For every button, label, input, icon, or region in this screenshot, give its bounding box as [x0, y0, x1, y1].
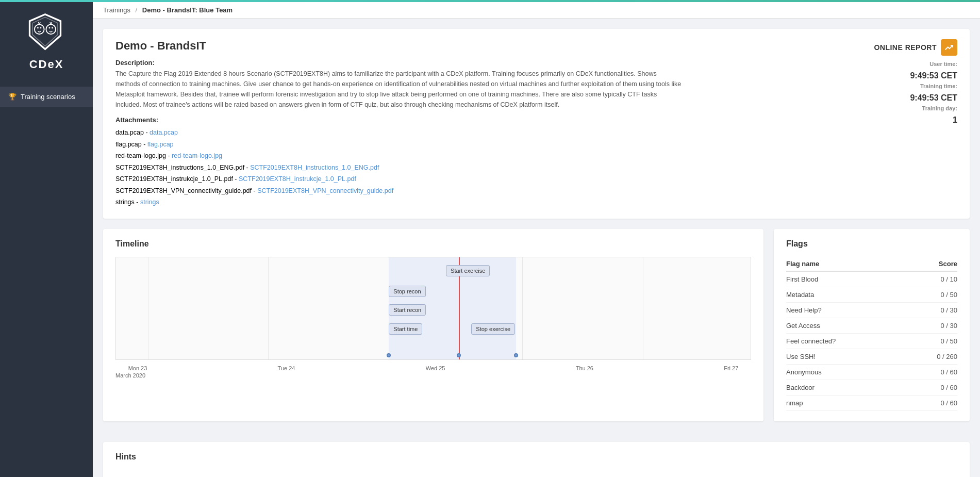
timeline-event-start-recon[interactable]: Start recon [389, 304, 426, 316]
trophy-icon: 🏆 [8, 93, 16, 101]
breadcrumb-separator: / [136, 6, 138, 14]
attachment-link[interactable]: flag.pcap [147, 141, 174, 148]
date-label: Fri 27 [724, 362, 738, 371]
table-row: Need Help?0 / 30 [786, 302, 957, 318]
table-row: Feel connected?0 / 50 [786, 333, 957, 349]
table-row: Get Access0 / 30 [786, 318, 957, 333]
breadcrumb: Trainings / Demo - BrandsIT: Blue Team [93, 2, 980, 19]
user-time-value: 9:49:53 CET [910, 69, 957, 83]
hints-card: Hints [103, 442, 970, 478]
list-item: SCTF2019EXT8H_instrukcje_1.0_PL.pdf - SC… [115, 173, 957, 185]
flag-score: 0 / 50 [907, 287, 957, 302]
flag-score: 0 / 60 [907, 380, 957, 395]
table-row: nmap0 / 60 [786, 395, 957, 410]
date-label: Tue 24 [278, 362, 295, 371]
attachment-link[interactable]: red-team-logo.jpg [172, 152, 222, 159]
sidebar-nav: 🏆 Training scenarios [0, 87, 93, 107]
flag-name: Backdoor [786, 380, 907, 395]
timeline-event-stop-exercise[interactable]: Stop exercise [471, 323, 515, 335]
table-row: Use SSH!0 / 260 [786, 349, 957, 364]
time-info-section: User time: 9:49:53 CET Training time: 9:… [910, 60, 957, 127]
hints-title: Hints [115, 452, 957, 462]
attachment-link[interactable]: SCTF2019EXT8H_instrukcje_1.0_PL.pdf [239, 175, 356, 183]
grid-line [643, 257, 643, 359]
grid-line [268, 257, 269, 359]
attachment-link[interactable]: data.pcap [150, 129, 178, 136]
flag-name: Anonymous [786, 364, 907, 380]
training-info-card: ONLINE REPORT User time: 9:49:53 CET Tra… [103, 29, 970, 219]
two-col-section: Timeline Start exercise [103, 229, 970, 432]
flags-card: Flags Flag name Score First Blood0 / 10M… [774, 229, 970, 421]
sidebar-item-label: Training scenarios [21, 93, 75, 101]
svg-point-6 [49, 27, 51, 29]
flags-col-score: Score [907, 257, 957, 271]
svg-point-7 [52, 27, 53, 29]
breadcrumb-parent[interactable]: Trainings [103, 6, 130, 14]
timeline-wrapper: Start exercise Stop recon Start recon St… [115, 257, 751, 360]
grid-line [522, 257, 523, 359]
flags-title: Flags [786, 239, 957, 249]
flag-score: 0 / 30 [907, 302, 957, 318]
training-title: Demo - BrandsIT [115, 39, 957, 53]
online-report-label: ONLINE REPORT [874, 43, 937, 52]
attachment-link[interactable]: strings [140, 199, 159, 206]
flag-name: Use SSH! [786, 349, 907, 364]
content-area: Trainings / Demo - BrandsIT: Blue Team O… [93, 2, 980, 477]
flags-table: Flag name Score First Blood0 / 10Metadat… [786, 257, 957, 411]
training-time-value: 9:49:53 CET [910, 91, 957, 105]
flag-name: Feel connected? [786, 333, 907, 349]
training-day-value: 1 [910, 113, 957, 127]
sidebar: CDeX 🏆 Training scenarios [0, 2, 93, 477]
date-label: Mon 23 [128, 362, 147, 371]
table-row: Metadata0 / 50 [786, 287, 957, 302]
main-content: ONLINE REPORT User time: 9:49:53 CET Tra… [93, 19, 980, 477]
list-item: red-team-logo.jpg - red-team-logo.jpg [115, 150, 957, 162]
brand-name: CDeX [29, 58, 64, 71]
timeline-dot [457, 353, 461, 357]
main-layout: CDeX 🏆 Training scenarios Trainings / De… [0, 2, 980, 477]
svg-point-3 [46, 24, 56, 34]
timeline-date: Thu 26 [576, 362, 593, 371]
grid-line [148, 257, 148, 359]
list-item: flag.pcap - flag.pcap [115, 139, 957, 151]
attachments-list: data.pcap - data.pcap flag.pcap - flag.p… [115, 127, 957, 208]
chart-icon [944, 43, 954, 52]
date-label: Wed 25 [426, 362, 445, 371]
timeline-event-start-time[interactable]: Start time [389, 323, 422, 335]
training-time-label: Training time: [910, 82, 957, 91]
flag-score: 0 / 60 [907, 364, 957, 380]
flag-score: 0 / 260 [907, 349, 957, 364]
description-text: The Capture the Flag 2019 Extended 8 hou… [115, 69, 683, 110]
flag-score: 0 / 50 [907, 333, 957, 349]
attachments-label: Attachments: [115, 116, 957, 124]
timeline-event-start-exercise[interactable]: Start exercise [446, 265, 490, 276]
training-day-label: Training day: [910, 104, 957, 113]
timeline-title: Timeline [115, 239, 751, 249]
description-label: Description: [115, 59, 957, 67]
timeline-date: Fri 27 [724, 362, 738, 371]
user-time-label: User time: [910, 60, 957, 69]
list-item: SCTF2019EXT8H_instructions_1.0_ENG.pdf -… [115, 162, 957, 174]
logo-container [26, 12, 67, 54]
table-row: First Blood0 / 10 [786, 271, 957, 287]
timeline-date: Tue 24 [278, 362, 295, 371]
sidebar-item-training-scenarios[interactable]: 🏆 Training scenarios [0, 87, 93, 107]
attachment-link[interactable]: SCTF2019EXT8H_VPN_connectivity_guide.pdf [257, 187, 393, 194]
svg-point-2 [35, 24, 44, 34]
logo-icon [26, 12, 64, 51]
timeline-date: Mon 23 [128, 362, 147, 371]
svg-point-5 [40, 27, 42, 29]
flag-score: 0 / 30 [907, 318, 957, 333]
breadcrumb-current: Demo - BrandsIT: Blue Team [142, 6, 232, 14]
svg-marker-0 [30, 14, 61, 50]
flag-name: Metadata [786, 287, 907, 302]
online-report-section: ONLINE REPORT [874, 39, 957, 56]
timeline-dates-row: Mon 23 Tue 24 Wed 25 Thu 26 Fri 27 [115, 362, 751, 371]
online-report-button[interactable] [941, 39, 957, 56]
flag-score: 0 / 60 [907, 395, 957, 410]
timeline-event-stop-recon[interactable]: Stop recon [389, 286, 425, 297]
table-row: Backdoor0 / 60 [786, 380, 957, 395]
timeline-dot [514, 353, 518, 357]
svg-point-4 [37, 27, 39, 29]
attachment-link[interactable]: SCTF2019EXT8H_instructions_1.0_ENG.pdf [250, 164, 379, 171]
